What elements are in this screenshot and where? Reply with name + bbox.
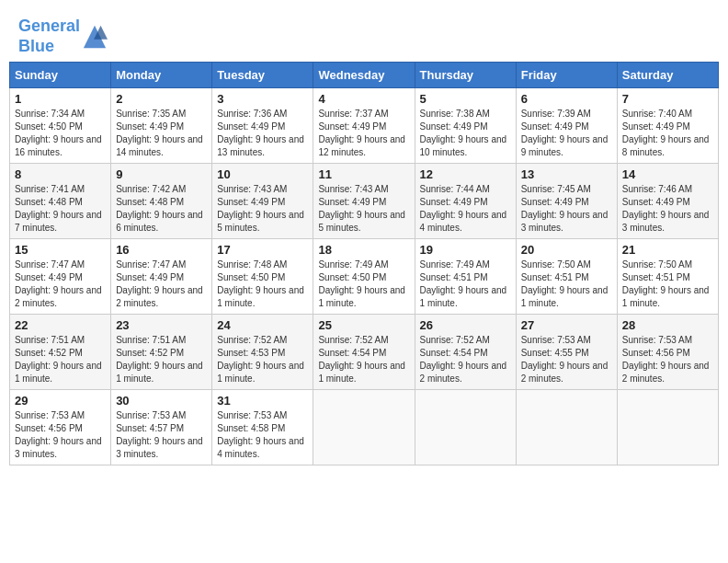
logo-text: GeneralBlue <box>18 17 80 56</box>
calendar-cell: 13Sunrise: 7:45 AM Sunset: 4:49 PM Dayli… <box>516 164 617 239</box>
day-info: Sunrise: 7:44 AM Sunset: 4:49 PM Dayligh… <box>420 183 511 235</box>
header-row: SundayMondayTuesdayWednesdayThursdayFrid… <box>10 63 719 88</box>
calendar-cell: 8Sunrise: 7:41 AM Sunset: 4:48 PM Daylig… <box>10 164 111 239</box>
header-day-friday: Friday <box>516 63 617 88</box>
day-info: Sunrise: 7:50 AM Sunset: 4:51 PM Dayligh… <box>622 259 713 310</box>
day-number: 16 <box>116 243 207 257</box>
calendar-header: SundayMondayTuesdayWednesdayThursdayFrid… <box>10 63 719 88</box>
calendar-cell <box>313 390 415 465</box>
day-number: 28 <box>622 318 713 332</box>
calendar-cell: 19Sunrise: 7:49 AM Sunset: 4:51 PM Dayli… <box>415 239 516 315</box>
day-info: Sunrise: 7:53 AM Sunset: 4:57 PM Dayligh… <box>116 409 207 461</box>
calendar-cell: 16Sunrise: 7:47 AM Sunset: 4:49 PM Dayli… <box>111 239 212 315</box>
day-number: 12 <box>420 167 511 181</box>
calendar-cell <box>415 390 516 465</box>
logo-icon <box>82 24 108 50</box>
page-header: GeneralBlue <box>9 9 719 62</box>
day-info: Sunrise: 7:43 AM Sunset: 4:49 PM Dayligh… <box>318 183 409 235</box>
day-info: Sunrise: 7:53 AM Sunset: 4:56 PM Dayligh… <box>622 334 713 385</box>
day-info: Sunrise: 7:49 AM Sunset: 4:50 PM Dayligh… <box>318 259 409 310</box>
day-number: 2 <box>116 92 207 106</box>
calendar-cell: 5Sunrise: 7:38 AM Sunset: 4:49 PM Daylig… <box>415 88 516 164</box>
day-number: 20 <box>521 243 612 257</box>
calendar-cell <box>516 390 617 465</box>
day-number: 13 <box>521 167 612 181</box>
day-info: Sunrise: 7:50 AM Sunset: 4:51 PM Dayligh… <box>521 259 612 310</box>
calendar-cell: 11Sunrise: 7:43 AM Sunset: 4:49 PM Dayli… <box>313 164 415 239</box>
day-info: Sunrise: 7:41 AM Sunset: 4:48 PM Dayligh… <box>15 183 106 235</box>
day-number: 4 <box>318 92 409 106</box>
calendar-cell: 20Sunrise: 7:50 AM Sunset: 4:51 PM Dayli… <box>516 239 617 315</box>
calendar-cell: 23Sunrise: 7:51 AM Sunset: 4:52 PM Dayli… <box>111 315 212 390</box>
day-info: Sunrise: 7:49 AM Sunset: 4:51 PM Dayligh… <box>420 259 511 310</box>
header-day-saturday: Saturday <box>617 63 718 88</box>
day-info: Sunrise: 7:52 AM Sunset: 4:54 PM Dayligh… <box>420 334 511 385</box>
calendar-cell: 24Sunrise: 7:52 AM Sunset: 4:53 PM Dayli… <box>212 315 313 390</box>
calendar-cell: 9Sunrise: 7:42 AM Sunset: 4:48 PM Daylig… <box>111 164 212 239</box>
header-day-wednesday: Wednesday <box>313 63 415 88</box>
day-number: 19 <box>420 243 511 257</box>
header-day-monday: Monday <box>111 63 212 88</box>
calendar-cell: 27Sunrise: 7:53 AM Sunset: 4:55 PM Dayli… <box>516 315 617 390</box>
day-number: 15 <box>15 243 106 257</box>
day-info: Sunrise: 7:36 AM Sunset: 4:49 PM Dayligh… <box>217 108 308 159</box>
day-info: Sunrise: 7:52 AM Sunset: 4:54 PM Dayligh… <box>318 334 409 385</box>
calendar-cell: 7Sunrise: 7:40 AM Sunset: 4:49 PM Daylig… <box>617 88 718 164</box>
day-number: 22 <box>15 318 106 332</box>
week-row-5: 29Sunrise: 7:53 AM Sunset: 4:56 PM Dayli… <box>10 390 719 465</box>
calendar-cell: 1Sunrise: 7:34 AM Sunset: 4:50 PM Daylig… <box>10 88 111 164</box>
week-row-1: 1Sunrise: 7:34 AM Sunset: 4:50 PM Daylig… <box>10 88 719 164</box>
day-info: Sunrise: 7:52 AM Sunset: 4:53 PM Dayligh… <box>217 334 308 385</box>
calendar-cell: 30Sunrise: 7:53 AM Sunset: 4:57 PM Dayli… <box>111 390 212 465</box>
header-day-sunday: Sunday <box>10 63 111 88</box>
day-number: 30 <box>116 394 207 408</box>
calendar-cell: 4Sunrise: 7:37 AM Sunset: 4:49 PM Daylig… <box>313 88 415 164</box>
header-day-thursday: Thursday <box>415 63 516 88</box>
calendar-cell: 21Sunrise: 7:50 AM Sunset: 4:51 PM Dayli… <box>617 239 718 315</box>
day-info: Sunrise: 7:51 AM Sunset: 4:52 PM Dayligh… <box>15 334 106 385</box>
day-number: 5 <box>420 92 511 106</box>
week-row-4: 22Sunrise: 7:51 AM Sunset: 4:52 PM Dayli… <box>10 315 719 390</box>
calendar-cell <box>617 390 718 465</box>
calendar-cell: 17Sunrise: 7:48 AM Sunset: 4:50 PM Dayli… <box>212 239 313 315</box>
calendar-body: 1Sunrise: 7:34 AM Sunset: 4:50 PM Daylig… <box>10 88 719 465</box>
day-info: Sunrise: 7:45 AM Sunset: 4:49 PM Dayligh… <box>521 183 612 235</box>
logo: GeneralBlue <box>18 17 108 56</box>
day-number: 25 <box>318 318 409 332</box>
calendar-cell: 10Sunrise: 7:43 AM Sunset: 4:49 PM Dayli… <box>212 164 313 239</box>
day-number: 17 <box>217 243 308 257</box>
day-info: Sunrise: 7:47 AM Sunset: 4:49 PM Dayligh… <box>116 259 207 310</box>
calendar-cell: 22Sunrise: 7:51 AM Sunset: 4:52 PM Dayli… <box>10 315 111 390</box>
day-info: Sunrise: 7:43 AM Sunset: 4:49 PM Dayligh… <box>217 183 308 235</box>
day-number: 31 <box>217 394 308 408</box>
day-info: Sunrise: 7:39 AM Sunset: 4:49 PM Dayligh… <box>521 108 612 159</box>
day-number: 26 <box>420 318 511 332</box>
day-info: Sunrise: 7:34 AM Sunset: 4:50 PM Dayligh… <box>15 108 106 159</box>
day-info: Sunrise: 7:53 AM Sunset: 4:55 PM Dayligh… <box>521 334 612 385</box>
day-number: 23 <box>116 318 207 332</box>
day-number: 18 <box>318 243 409 257</box>
day-number: 6 <box>521 92 612 106</box>
day-number: 21 <box>622 243 713 257</box>
day-number: 7 <box>622 92 713 106</box>
day-number: 29 <box>15 394 106 408</box>
day-info: Sunrise: 7:42 AM Sunset: 4:48 PM Dayligh… <box>116 183 207 235</box>
calendar-cell: 14Sunrise: 7:46 AM Sunset: 4:49 PM Dayli… <box>617 164 718 239</box>
calendar-cell: 25Sunrise: 7:52 AM Sunset: 4:54 PM Dayli… <box>313 315 415 390</box>
day-info: Sunrise: 7:47 AM Sunset: 4:49 PM Dayligh… <box>15 259 106 310</box>
calendar-cell: 26Sunrise: 7:52 AM Sunset: 4:54 PM Dayli… <box>415 315 516 390</box>
day-info: Sunrise: 7:38 AM Sunset: 4:49 PM Dayligh… <box>420 108 511 159</box>
day-info: Sunrise: 7:53 AM Sunset: 4:58 PM Dayligh… <box>217 409 308 461</box>
day-number: 10 <box>217 167 308 181</box>
calendar-cell: 18Sunrise: 7:49 AM Sunset: 4:50 PM Dayli… <box>313 239 415 315</box>
day-info: Sunrise: 7:53 AM Sunset: 4:56 PM Dayligh… <box>15 409 106 461</box>
day-number: 1 <box>15 92 106 106</box>
calendar-cell: 28Sunrise: 7:53 AM Sunset: 4:56 PM Dayli… <box>617 315 718 390</box>
calendar-cell: 2Sunrise: 7:35 AM Sunset: 4:49 PM Daylig… <box>111 88 212 164</box>
calendar-cell: 6Sunrise: 7:39 AM Sunset: 4:49 PM Daylig… <box>516 88 617 164</box>
day-info: Sunrise: 7:35 AM Sunset: 4:49 PM Dayligh… <box>116 108 207 159</box>
day-number: 14 <box>622 167 713 181</box>
day-number: 24 <box>217 318 308 332</box>
day-number: 8 <box>15 167 106 181</box>
day-number: 3 <box>217 92 308 106</box>
